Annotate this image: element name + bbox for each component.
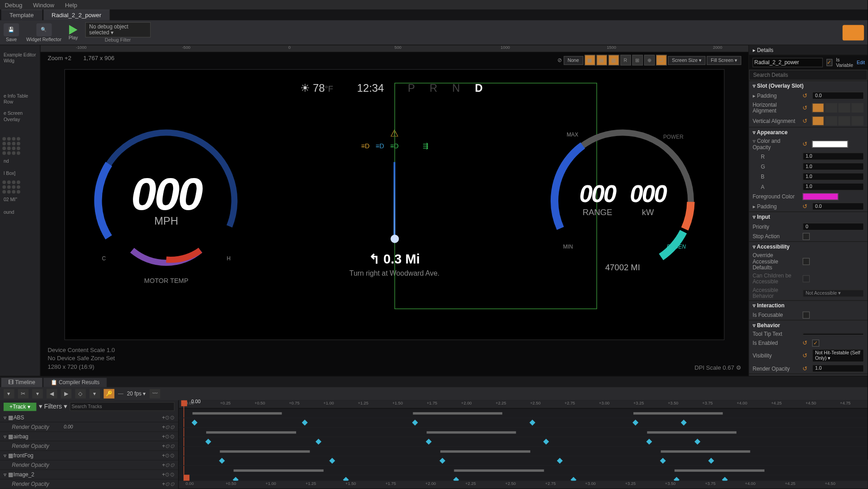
track-search[interactable] — [70, 402, 175, 411]
tl-tool[interactable]: ✂ — [18, 389, 29, 399]
outline-select[interactable]: None — [563, 56, 583, 65]
play-button[interactable]: Play — [69, 25, 78, 40]
padding2-input[interactable]: 0.0 — [812, 202, 864, 210]
tab-template[interactable]: Template — [1, 9, 42, 20]
section-slot[interactable]: ▿ Slot (Overlay Slot) — [749, 81, 868, 90]
b-input[interactable]: 1.0 — [802, 173, 864, 180]
section-transform[interactable]: ▿ Render Transform — [749, 374, 868, 376]
range-start[interactable] — [184, 475, 189, 480]
save-button[interactable]: 💾Save — [4, 23, 19, 42]
section-input[interactable]: ▿ Input — [749, 212, 868, 221]
section-behavior[interactable]: ▿ Behavior — [749, 320, 868, 330]
section-interaction[interactable]: ▿ Interaction — [749, 301, 868, 310]
add-track-button[interactable]: +Track ▾ — [4, 402, 36, 410]
tree-item[interactable]: nd — [2, 156, 38, 167]
track-row[interactable]: ▿ ▦ Image_2+ ⊙⊙ — [0, 470, 178, 480]
tl-tool[interactable]: ◇ — [75, 389, 86, 399]
menu-window[interactable]: Window — [33, 1, 54, 8]
color-swatch[interactable] — [812, 141, 848, 148]
menu-debug[interactable]: Debug — [5, 1, 23, 8]
layout-tool[interactable]: ▦ — [584, 55, 595, 66]
section-appearance[interactable]: ▿ Appearance — [749, 127, 868, 137]
designer-mode-button[interactable] — [843, 25, 864, 40]
debug-object-select[interactable]: No debug object selected ▾ — [85, 22, 151, 38]
track-row[interactable]: Render Opacity0.00+ ⊙⊙ — [0, 422, 178, 432]
reset-icon[interactable]: ↺ — [802, 105, 808, 111]
reset-icon[interactable]: ↺ — [802, 118, 808, 124]
padding-input[interactable]: 0.0 — [812, 92, 864, 99]
keyframe-row[interactable] — [179, 447, 868, 456]
tl-key-button[interactable]: 🔑 — [104, 389, 114, 399]
keyframe-row[interactable] — [179, 428, 868, 437]
align-bottom-button[interactable] — [838, 116, 850, 126]
align-left-button[interactable] — [812, 103, 824, 113]
tree-item[interactable]: e Info Table Row — [2, 91, 38, 108]
screen-size-select[interactable]: Screen Size ▾ — [668, 56, 706, 65]
align-fill-button[interactable] — [851, 103, 863, 113]
tree-item[interactable]: Example Editor Widg — [2, 50, 38, 67]
enabled-checkbox[interactable] — [812, 339, 819, 347]
track-row[interactable]: Render Opacity+ ⊙⊙ — [0, 480, 178, 489]
override-checkbox[interactable] — [802, 258, 810, 265]
align-right-button[interactable] — [838, 103, 850, 113]
dpi-scale[interactable]: DPI Scale 0.67 ⚙ — [694, 365, 741, 371]
tab-radial[interactable]: Radial_2_2_power — [43, 9, 110, 20]
track-row[interactable]: Render Opacity+ ⊙⊙ — [0, 461, 178, 470]
fill-screen-select[interactable]: Fill Screen ▾ — [707, 56, 741, 65]
layout-tool[interactable]: 🖵 — [656, 55, 667, 66]
tl-tool[interactable]: ▾ — [32, 389, 43, 399]
track-row[interactable]: Render Opacity+ ⊙⊙ — [0, 442, 178, 451]
tl-tool[interactable]: ▾ — [4, 389, 14, 399]
stop-action-checkbox[interactable] — [802, 233, 810, 240]
keyframe-row[interactable] — [179, 418, 868, 428]
timeline-tab[interactable]: 🎞 Timeline — [1, 378, 42, 387]
menu-help[interactable]: Help — [65, 1, 77, 8]
layout-tool[interactable]: ⊕ — [644, 55, 655, 66]
track-row[interactable]: ▿ ▦ frontFog+ ⊙⊙ — [0, 451, 178, 461]
tree-item[interactable]: 02 MI" — [2, 195, 38, 206]
align-top-button[interactable] — [812, 116, 824, 126]
priority-input[interactable]: 0 — [802, 223, 864, 230]
tree-item[interactable]: ound — [2, 207, 38, 218]
keyframe-row[interactable] — [179, 466, 868, 475]
details-search[interactable] — [749, 70, 868, 80]
tl-play[interactable]: ▶ — [61, 389, 71, 399]
keyframe-row[interactable] — [179, 456, 868, 466]
tl-step-back[interactable]: ◀ — [47, 389, 57, 399]
filters-button[interactable]: ▾ Filters ▾ — [39, 403, 67, 410]
is-variable-checkbox[interactable] — [826, 59, 832, 66]
tree-item[interactable]: e Screen Overlay — [2, 108, 38, 125]
r-input[interactable]: 1.0 — [802, 152, 864, 160]
tl-curve[interactable]: 〰 — [150, 389, 160, 399]
align-fill-button[interactable] — [851, 116, 863, 126]
track-row[interactable]: ▿ ▦ airbag+ ⊙⊙ — [0, 432, 178, 442]
reset-icon[interactable]: ↺ — [802, 93, 808, 99]
tooltip-input[interactable] — [802, 333, 864, 335]
fps-select[interactable]: 20 fps ▾ — [127, 391, 146, 397]
keyframe-row[interactable] — [179, 437, 868, 447]
g-input[interactable]: 1.0 — [802, 163, 864, 170]
keyframe-row[interactable] — [179, 409, 868, 418]
layout-tool[interactable]: ▤ — [596, 55, 607, 66]
section-accessibility[interactable]: ▿ Accessibility — [749, 242, 868, 251]
time-ruler[interactable]: 0.00+0.25+0.50+0.75+1.00+1.25+1.50+1.75+… — [179, 400, 868, 409]
children-checkbox[interactable] — [802, 275, 810, 282]
layout-tool[interactable]: ▥ — [608, 55, 619, 66]
design-canvas[interactable]: ☀ 78°F 12:34 P R N D — [64, 69, 724, 340]
edit-link[interactable]: Edit — [857, 60, 865, 65]
compiler-results-tab[interactable]: 📋 Compiler Results — [43, 378, 107, 387]
layout-tool[interactable]: ⊞ — [632, 55, 643, 66]
widget-name-input[interactable] — [753, 58, 823, 67]
a-input[interactable]: 1.0 — [802, 183, 864, 191]
track-row[interactable]: ▿ ▦ ABS+ ⊙⊙ — [0, 413, 178, 422]
render-opacity-input[interactable]: 1.0 — [812, 365, 864, 372]
tree-item[interactable]: l Box] — [2, 169, 38, 179]
time-ruler-bottom[interactable]: 0.00+0.50+1.00+1.25+1.50+1.75+2.00+2.25+… — [179, 481, 868, 489]
tl-tool[interactable]: ▾ — [90, 389, 100, 399]
fg-color-swatch[interactable] — [802, 193, 838, 200]
focusable-checkbox[interactable] — [802, 311, 810, 319]
layout-tool[interactable]: R — [620, 55, 631, 66]
align-center-button[interactable] — [825, 103, 837, 113]
align-middle-button[interactable] — [825, 116, 837, 126]
timeline-area[interactable]: 0.00+0.25+0.50+0.75+1.00+1.25+1.50+1.75+… — [179, 400, 868, 489]
